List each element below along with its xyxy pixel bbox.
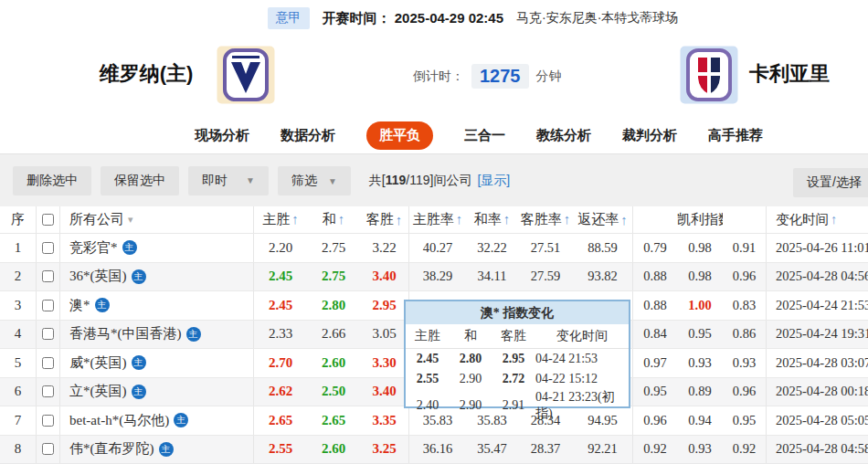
kelly-draw: 0.93 bbox=[677, 441, 723, 457]
tab-referee-analysis[interactable]: 裁判分析 bbox=[622, 127, 677, 144]
popup-odds-home: 2.55 bbox=[406, 372, 450, 386]
main-company-icon: 主 bbox=[186, 327, 201, 342]
tab-win-draw-lose[interactable]: 胜平负 bbox=[366, 121, 433, 150]
popup-data-row: 2.45 2.80 2.95 04-24 21:53 bbox=[406, 349, 629, 369]
company-cell[interactable]: 伟*(直布罗陀) 主 bbox=[60, 436, 254, 464]
header-away-win[interactable]: 客胜↑ bbox=[360, 206, 409, 233]
company-cell[interactable]: 立*(英国) 主 bbox=[60, 378, 254, 406]
kelly-draw: 0.95 bbox=[677, 326, 723, 342]
show-link[interactable]: [显示] bbox=[477, 173, 510, 189]
header-away-rate[interactable]: 客胜率↑ bbox=[518, 211, 573, 228]
home-rate: 38.29 bbox=[409, 269, 466, 284]
settings-select-button[interactable]: 设置/选择 bbox=[793, 168, 868, 197]
company-cell[interactable]: 澳* 主 bbox=[60, 291, 254, 320]
odds-draw: 2.60 bbox=[307, 355, 360, 371]
sort-asc-icon: ↑ bbox=[456, 211, 463, 227]
main-company-icon: 主 bbox=[159, 442, 174, 457]
home-team-name: 维罗纳(主) bbox=[82, 60, 210, 88]
keep-selected-button[interactable]: 保留选中 bbox=[101, 166, 179, 195]
popup-odds-away: 2.91 bbox=[492, 398, 535, 413]
header-draw[interactable]: 和↑ bbox=[307, 211, 360, 228]
odds-draw: 2.80 bbox=[307, 298, 360, 313]
kelly-away: 0.96 bbox=[723, 263, 767, 291]
chevron-down-icon: ▼ bbox=[246, 175, 255, 185]
draw-rate: 35.47 bbox=[466, 441, 518, 457]
sort-asc-icon: ↑ bbox=[338, 211, 345, 227]
kickoff-value: 2025-04-29 02:45 bbox=[395, 10, 503, 26]
chevron-down-icon: ▼ bbox=[328, 176, 337, 186]
main-company-icon: 主 bbox=[132, 269, 146, 284]
kelly-away: 0.95 bbox=[723, 406, 767, 435]
row-checkbox[interactable] bbox=[42, 443, 54, 455]
change-time: 2025-04-28 03:07 bbox=[767, 355, 868, 371]
row-checkbox[interactable] bbox=[42, 242, 54, 254]
home-rate: 36.16 bbox=[409, 441, 466, 457]
odds-home: 2.70 bbox=[254, 355, 307, 371]
company-count: 共[119/119]间公司 bbox=[369, 173, 472, 189]
company-name: bet-at-h*(马尔他) bbox=[69, 412, 169, 429]
sort-asc-icon: ↑ bbox=[831, 212, 837, 227]
popup-odds-draw: 2.80 bbox=[450, 352, 492, 366]
select-all-checkbox[interactable] bbox=[42, 214, 54, 226]
return-rate: 88.59 bbox=[573, 234, 633, 262]
row-checkbox[interactable] bbox=[42, 328, 54, 340]
tab-data-analysis[interactable]: 数据分析 bbox=[281, 127, 335, 144]
row-seq: 3 bbox=[0, 291, 37, 320]
row-checkbox[interactable] bbox=[42, 300, 54, 311]
row-checkbox[interactable] bbox=[42, 415, 54, 427]
header-draw-rate[interactable]: 和率↑ bbox=[466, 211, 518, 228]
odds-home: 2.62 bbox=[254, 384, 307, 399]
tab-three-in-one[interactable]: 三合一 bbox=[464, 127, 505, 144]
tab-expert-recommend[interactable]: 高手推荐 bbox=[708, 127, 763, 144]
main-company-icon: 主 bbox=[95, 298, 110, 312]
away-team-logo-icon bbox=[680, 46, 738, 104]
header-company[interactable]: 所有公司▾ bbox=[60, 206, 254, 233]
company-cell[interactable]: 香港马*(中国香港) 主 bbox=[60, 321, 254, 349]
popup-change-time: 04-22 15:12 bbox=[535, 372, 629, 386]
odds-time-select[interactable]: 即时 ▼ bbox=[188, 166, 269, 195]
odds-away: 3.05 bbox=[360, 321, 409, 349]
league-badge[interactable]: 意甲 bbox=[268, 7, 310, 29]
kelly-home: 0.96 bbox=[633, 413, 677, 428]
company-cell[interactable]: bet-at-h*(马尔他) 主 bbox=[60, 406, 254, 435]
header-change-time[interactable]: 变化时间↑ bbox=[767, 211, 868, 228]
tab-coach-analysis[interactable]: 教练分析 bbox=[536, 127, 591, 144]
odds-away: 2.95 bbox=[360, 291, 409, 320]
kickoff-time: 开赛时间： 2025-04-29 02:45 bbox=[323, 10, 503, 27]
header-return-rate[interactable]: 返还率↑ bbox=[573, 206, 633, 233]
company-cell[interactable]: 威*(英国) 主 bbox=[60, 349, 254, 377]
kelly-home: 0.97 bbox=[633, 355, 677, 371]
return-rate: 92.21 bbox=[573, 436, 633, 464]
popup-odds-draw: 2.90 bbox=[450, 398, 492, 413]
row-checkbox[interactable] bbox=[42, 385, 54, 397]
popup-header-row: 主胜 和 客胜 变化时间 bbox=[406, 324, 629, 349]
change-time: 2025-04-24 19:31 bbox=[767, 326, 868, 342]
odds-away: 3.25 bbox=[360, 436, 409, 464]
home-rate: 40.27 bbox=[409, 240, 466, 256]
company-cell[interactable]: 竞彩官* 主 bbox=[60, 234, 254, 262]
header-home-rate[interactable]: 主胜率↑ bbox=[409, 211, 466, 228]
popup-body: 2.45 2.80 2.95 04-24 21:53 2.55 2.90 2.7… bbox=[406, 349, 629, 409]
company-name: 36*(英国) bbox=[69, 268, 127, 285]
row-seq: 1 bbox=[0, 234, 37, 262]
company-name: 立*(英国) bbox=[69, 383, 127, 400]
kelly-draw: 0.98 bbox=[677, 269, 723, 284]
venue: 马克·安东尼奥·本特戈蒂球场 bbox=[516, 10, 678, 26]
tab-live-analysis[interactable]: 现场分析 bbox=[195, 127, 249, 144]
company-cell[interactable]: 36*(英国) 主 bbox=[60, 263, 254, 291]
row-checkbox[interactable] bbox=[42, 270, 54, 282]
sort-asc-icon: ↑ bbox=[564, 211, 571, 227]
row-checkbox[interactable] bbox=[42, 357, 54, 369]
header-kelly-pad bbox=[723, 206, 767, 233]
popup-odds-home: 2.40 bbox=[406, 398, 450, 413]
main-company-icon: 主 bbox=[122, 240, 137, 255]
delete-selected-button[interactable]: 删除选中 bbox=[13, 166, 91, 195]
odds-comparison-page: 意甲 开赛时间： 2025-04-29 02:45 马克·安东尼奥·本特戈蒂球场… bbox=[0, 0, 868, 464]
odds-time-select-value: 即时 bbox=[202, 173, 228, 189]
draw-rate: 35.83 bbox=[466, 413, 518, 428]
odds-home: 2.33 bbox=[254, 326, 307, 342]
filter-dropdown[interactable]: 筛选 ▼ bbox=[278, 166, 351, 195]
countdown-unit: 分钟 bbox=[536, 69, 562, 85]
header-home-win[interactable]: 主胜↑ bbox=[254, 211, 307, 228]
main-company-icon: 主 bbox=[174, 413, 188, 427]
